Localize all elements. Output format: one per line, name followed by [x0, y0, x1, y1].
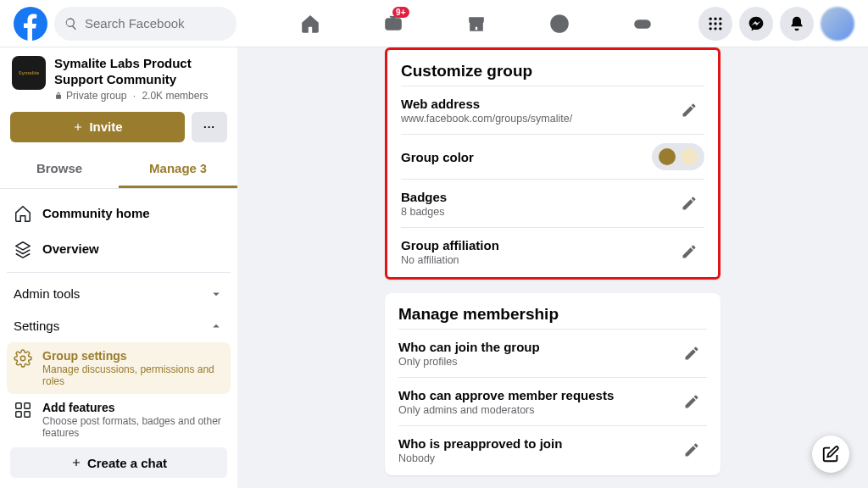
menu-button[interactable] — [698, 7, 732, 41]
tab-manage[interactable]: Manage 3 — [119, 151, 237, 188]
svg-point-10 — [714, 22, 716, 25]
svg-point-8 — [719, 17, 721, 19]
edit-icon[interactable] — [674, 236, 704, 267]
group-meta: Private group · 2.0K members — [54, 90, 225, 102]
tab-browse[interactable]: Browse — [0, 151, 119, 188]
sidebar-support[interactable]: Support — [7, 478, 231, 489]
card-manage-membership: Manage membership Who can join the group… — [385, 293, 721, 475]
plus-icon — [72, 121, 84, 133]
svg-point-14 — [719, 27, 721, 30]
edit-icon[interactable] — [676, 386, 707, 417]
sidebar-overview[interactable]: Overview — [7, 231, 231, 267]
svg-point-11 — [719, 22, 721, 25]
grid-icon — [14, 401, 32, 419]
color-swatch-2[interactable] — [681, 148, 698, 165]
svg-rect-16 — [16, 402, 21, 408]
svg-point-3 — [555, 20, 559, 24]
edit-icon[interactable] — [674, 188, 704, 219]
svg-rect-5 — [635, 20, 650, 28]
nav-home[interactable] — [272, 3, 348, 44]
row-badges[interactable]: Badges8 badges — [401, 179, 704, 227]
more-button[interactable]: ··· — [192, 112, 227, 142]
search-input[interactable] — [85, 16, 220, 30]
profile-avatar[interactable] — [821, 7, 854, 41]
svg-rect-18 — [16, 411, 21, 416]
color-picker[interactable] — [652, 143, 704, 170]
gear-icon — [14, 349, 32, 368]
edit-icon[interactable] — [676, 338, 707, 369]
row-affiliation[interactable]: Group affiliationNo affiliation — [401, 227, 704, 275]
svg-rect-19 — [25, 411, 30, 416]
edit-icon[interactable] — [676, 435, 707, 465]
create-chat-button[interactable]: Create a chat — [10, 447, 227, 478]
compose-icon — [821, 445, 840, 463]
svg-point-15 — [20, 356, 25, 361]
layers-icon — [14, 240, 32, 258]
svg-point-13 — [714, 27, 716, 30]
chevron-up-icon — [209, 319, 224, 334]
nav-watch[interactable]: 9+ — [355, 3, 431, 44]
plus-icon — [70, 457, 82, 469]
card-customize-group: Customize group Web addresswww.facebook.… — [385, 47, 721, 280]
notifications-button[interactable] — [780, 7, 814, 41]
sidebar-group-settings[interactable]: Group settingsManage discussions, permis… — [7, 342, 231, 394]
svg-point-4 — [560, 20, 564, 24]
svg-point-12 — [709, 27, 712, 30]
sidebar-community-home[interactable]: Community home — [7, 196, 231, 231]
svg-point-6 — [709, 17, 712, 19]
chevron-down-icon — [209, 286, 224, 302]
lock-icon — [54, 92, 63, 100]
group-thumbnail[interactable]: Symalite — [12, 56, 46, 90]
facebook-logo[interactable] — [14, 7, 47, 41]
row-who-join[interactable]: Who can join the groupOnly profiles — [398, 329, 707, 377]
home-icon — [14, 204, 32, 223]
row-group-color[interactable]: Group color — [401, 134, 704, 179]
row-web-address[interactable]: Web addresswww.facebook.com/groups/symal… — [401, 86, 704, 134]
compose-fab[interactable] — [812, 435, 849, 473]
sidebar-admin-tools[interactable]: Admin tools — [7, 278, 231, 310]
nav-watch-badge: 9+ — [392, 7, 409, 18]
card-title: Manage membership — [398, 305, 707, 324]
row-who-approve[interactable]: Who can approve member requestsOnly admi… — [398, 377, 707, 425]
invite-button[interactable]: Invite — [10, 112, 185, 142]
card-title: Customize group — [401, 62, 704, 80]
color-swatch-1[interactable] — [659, 148, 676, 165]
edit-icon[interactable] — [674, 95, 704, 125]
search-icon — [64, 17, 78, 30]
nav-groups[interactable] — [521, 3, 598, 44]
sidebar-settings[interactable]: Settings — [7, 310, 231, 342]
sidebar-add-features[interactable]: Add featuresChoose post formats, badges … — [7, 394, 231, 446]
nav-gaming[interactable] — [604, 3, 681, 44]
svg-point-7 — [714, 17, 716, 19]
messenger-button[interactable] — [739, 7, 773, 41]
search-input-wrap[interactable] — [54, 7, 236, 41]
nav-marketplace[interactable] — [438, 3, 515, 44]
svg-rect-17 — [25, 402, 30, 408]
group-name[interactable]: Symalite Labs Product Support Community — [54, 56, 225, 88]
svg-point-2 — [551, 15, 568, 32]
svg-point-9 — [709, 22, 712, 25]
row-preapproved[interactable]: Who is preapproved to joinNobody — [398, 425, 707, 474]
